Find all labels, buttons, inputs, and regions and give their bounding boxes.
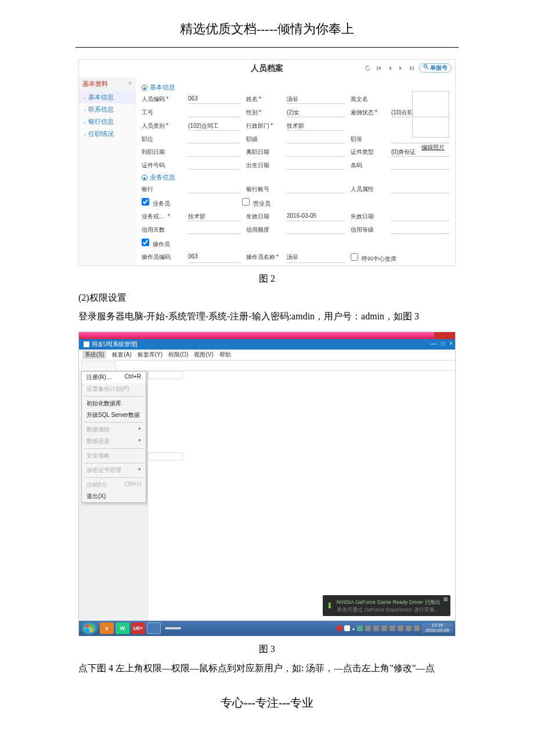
val-pos[interactable]: [188, 135, 240, 143]
svg-rect-2: [90, 625, 93, 628]
val-leave[interactable]: [287, 148, 345, 157]
task-icon-4[interactable]: [147, 622, 161, 634]
maximize-icon[interactable]: □: [441, 340, 445, 347]
window-buttons: — □ ×: [431, 340, 453, 347]
sales-checkbox[interactable]: [142, 198, 149, 206]
val-credamt[interactable]: [287, 226, 345, 234]
tray-icon[interactable]: [365, 625, 371, 631]
sidebar-item-job[interactable]: ·任职情况: [79, 128, 135, 140]
notification-toast[interactable]: ⊠ ⬇ NVIDIA GeForce Game Ready Driver 已推出…: [323, 595, 450, 616]
search-box[interactable]: 单据号: [419, 63, 452, 73]
clock[interactable]: 13:162016-03-05: [422, 623, 453, 633]
prev-icon[interactable]: [386, 64, 394, 72]
val-idno[interactable]: [188, 161, 240, 170]
svg-rect-3: [86, 629, 89, 632]
lbl-bizdept: 业务或… *: [142, 213, 182, 221]
first-icon[interactable]: [375, 64, 383, 72]
photo-box[interactable]: [412, 91, 449, 138]
last-icon[interactable]: [408, 64, 416, 72]
dd-datarestore[interactable]: 数据还原▸: [82, 435, 146, 447]
val-hire[interactable]: [188, 148, 240, 157]
lbl-code: 人员编码*: [142, 95, 182, 104]
lbl-expdate: 失效日期: [351, 213, 385, 221]
tray-icon[interactable]: [357, 625, 363, 631]
outer-close[interactable]: [434, 332, 455, 339]
toast-close-icon[interactable]: ⊠: [443, 596, 448, 602]
tray-icon[interactable]: [373, 625, 379, 631]
collapse-icon[interactable]: «: [128, 80, 132, 88]
tray-icon[interactable]: [398, 625, 403, 631]
tray-icon[interactable]: [381, 625, 387, 631]
val-name[interactable]: 汤菲: [287, 95, 345, 104]
menu-view[interactable]: 视图(V): [194, 351, 213, 359]
val-opername[interactable]: 汤菲: [287, 253, 345, 263]
dd-backup[interactable]: 设置备份计划(P): [82, 383, 146, 395]
val-rank[interactable]: [287, 135, 345, 143]
oper-checkbox[interactable]: [142, 239, 149, 246]
dd-cert[interactable]: 加密证书管理▸: [82, 465, 146, 476]
fig2-caption: 图 2: [0, 266, 534, 289]
dd-dataclear[interactable]: 数据清除▸: [82, 424, 146, 435]
tab-1[interactable]: [81, 362, 116, 370]
dd-security[interactable]: 安全策略: [82, 450, 146, 462]
sidebar-item-bank[interactable]: ·银行信息: [79, 116, 135, 128]
para-title: (2)权限设置: [0, 289, 534, 307]
start-button[interactable]: [81, 622, 98, 635]
task-icon-3[interactable]: U8+: [131, 622, 145, 634]
refresh-icon[interactable]: [364, 64, 371, 72]
menu-system[interactable]: 系统(S): [82, 351, 106, 359]
task-icon-1[interactable]: e: [100, 622, 114, 634]
val-opercode[interactable]: 063: [188, 253, 240, 263]
val-attr[interactable]: [391, 185, 449, 193]
tray-icon[interactable]: [414, 625, 420, 631]
val-sex[interactable]: (2)女: [287, 109, 345, 117]
edit-photo-link[interactable]: 编辑照片: [421, 143, 445, 152]
tray-icon[interactable]: [389, 625, 395, 631]
val-bizdept[interactable]: 技术部: [188, 213, 240, 221]
val-birth[interactable]: [287, 161, 345, 170]
tray-icon[interactable]: [344, 625, 350, 631]
val-effdate[interactable]: 2016-03-05: [287, 213, 345, 221]
form-main: 编辑照片 ▲基本信息 人员编码*063 姓名*汤菲 英文名 工号 性别*(2)女…: [136, 77, 455, 265]
dd-register[interactable]: 注册(R)…Ctrl+R: [82, 372, 146, 383]
val-dept[interactable]: 技术部: [287, 122, 345, 131]
dd-logout[interactable]: 注销(U)Ctrl+U: [82, 479, 146, 491]
val-jobno[interactable]: [188, 109, 240, 117]
task-icon-2[interactable]: W: [116, 622, 129, 634]
val-credday[interactable]: [188, 226, 240, 234]
lbl-birth: 出生日期: [246, 161, 281, 170]
val-code[interactable]: 063: [188, 95, 240, 104]
val-barcode[interactable]: [391, 161, 449, 170]
sidebar-item-contact[interactable]: ·联系信息: [79, 103, 135, 116]
panel-tab-mid[interactable]: [148, 452, 183, 460]
menu-permission[interactable]: 权限(O): [168, 351, 188, 359]
callseat-checkbox[interactable]: [351, 253, 358, 261]
val-bank[interactable]: [188, 185, 240, 193]
dd-exit[interactable]: 退出(X): [82, 491, 146, 502]
svg-rect-4: [90, 629, 93, 632]
sidebar-item-basic[interactable]: ·基本信息: [79, 91, 135, 103]
tray-chevron-icon[interactable]: ▴: [352, 626, 355, 631]
lbl-sex: 性别*: [246, 109, 281, 117]
next-icon[interactable]: [397, 64, 405, 72]
val-expdate[interactable]: [391, 213, 449, 221]
val-credlvl[interactable]: [391, 226, 449, 234]
section-basic[interactable]: ▲基本信息: [142, 80, 449, 95]
menu-account[interactable]: 账套(A): [112, 351, 131, 359]
val-acct[interactable]: [287, 185, 345, 193]
val-cat[interactable]: (102)合同工: [188, 122, 240, 131]
clerk-checkbox[interactable]: [242, 198, 250, 206]
panel-tab-top[interactable]: [148, 371, 183, 379]
taskbar: e W U8+ ▴ 13:162016-03-05: [79, 621, 455, 636]
menu-accountdb[interactable]: 账套库(Y): [138, 351, 163, 359]
section-biz[interactable]: ▲业务信息: [142, 170, 449, 185]
task-active[interactable]: [165, 627, 181, 629]
close-icon[interactable]: ×: [449, 340, 453, 347]
dd-initdb[interactable]: 初始化数据库: [82, 398, 146, 409]
dd-upgrade[interactable]: 升级SQL Server数据: [82, 409, 146, 421]
tray-icon[interactable]: [406, 625, 412, 631]
minimize-icon[interactable]: —: [431, 340, 436, 347]
tray-icon[interactable]: [336, 625, 342, 631]
menu-help[interactable]: 帮助: [219, 351, 231, 359]
oper-form: 操作员编码063 操作员名称*汤菲 呼叫中心坐席: [142, 253, 449, 263]
